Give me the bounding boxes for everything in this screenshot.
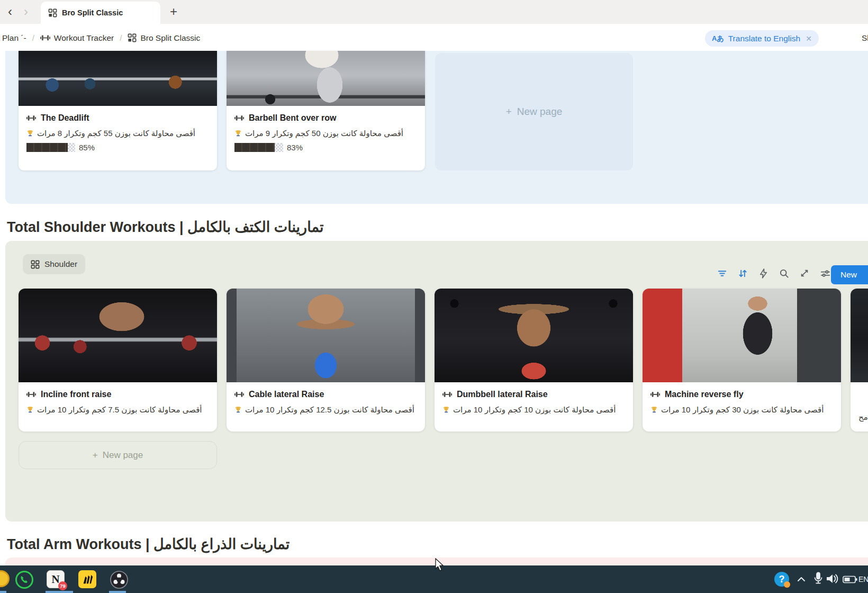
view-tab-shoulder[interactable]: Shoulder bbox=[23, 254, 85, 274]
back-icon[interactable]: ‹ bbox=[3, 5, 17, 19]
search-icon[interactable] bbox=[778, 267, 790, 279]
close-icon[interactable]: ✕ bbox=[806, 34, 812, 43]
filter-icon[interactable] bbox=[716, 267, 728, 279]
progress-row: 83% bbox=[234, 143, 417, 152]
expand-icon[interactable] bbox=[799, 267, 810, 279]
progress-row: 85% bbox=[26, 143, 209, 152]
taskbar-active-indicator bbox=[46, 591, 73, 593]
shoulder-section-heading: Total Shoulder Workouts | تمارينات الكتف… bbox=[7, 219, 324, 236]
translate-icon: Aあ bbox=[712, 34, 724, 43]
card-image bbox=[19, 51, 217, 106]
gallery-grid-icon bbox=[31, 260, 40, 269]
trophy-icon bbox=[234, 130, 242, 137]
trophy-icon bbox=[26, 130, 34, 137]
card-title: Dumbbell lateral Raise bbox=[457, 390, 548, 399]
plus-icon: + bbox=[93, 450, 98, 461]
dumbbell-icon bbox=[234, 391, 244, 398]
tab-title: Bro Split Classic bbox=[62, 8, 123, 17]
breadcrumb-item-bro-split-classic[interactable]: Bro Split Classic bbox=[125, 31, 202, 45]
card-image bbox=[19, 289, 217, 382]
breadcrumb-item-workout-tracker[interactable]: Workout Tracker bbox=[38, 31, 116, 45]
card-image bbox=[227, 289, 425, 382]
dumbbell-icon bbox=[40, 34, 50, 41]
whatsapp-icon[interactable] bbox=[15, 570, 34, 591]
new-button[interactable]: New bbox=[831, 265, 868, 284]
card-dumbbell-lateral-raise[interactable]: Dumbbell lateral Raise أقصى محاولة كانت … bbox=[435, 289, 633, 432]
card-description: أقصى محاولة كانت بوزن 30 كجم وتكرار 10 م… bbox=[650, 405, 833, 415]
taskbar-active-indicator bbox=[0, 591, 6, 593]
taskbar-active-indicator bbox=[109, 591, 126, 593]
taskbar-app-partial-icon[interactable] bbox=[0, 570, 10, 587]
settings-sliders-icon[interactable] bbox=[819, 267, 831, 279]
dumbbell-icon bbox=[650, 391, 660, 398]
gallery-grid-icon bbox=[128, 33, 137, 42]
language-indicator[interactable]: EN bbox=[858, 575, 868, 583]
card-the-deadlift[interactable]: The Deadlift أقصى محاولة كانت بوزن 55 كج… bbox=[19, 51, 217, 170]
new-page-tile[interactable]: + New page bbox=[435, 53, 633, 170]
tray-chevron-up-icon[interactable] bbox=[797, 576, 806, 585]
card-description: أقصى محاولة كانت بوزن 12.5 كجم وتكرار 10… bbox=[234, 405, 417, 415]
card-image bbox=[435, 289, 633, 382]
progress-bar bbox=[234, 143, 283, 152]
card-description: أقصى محاولة كانت بوزن 10 كجم وتكرار 10 م… bbox=[442, 405, 625, 415]
plus-icon: + bbox=[506, 106, 512, 118]
dumbbell-icon bbox=[26, 115, 36, 121]
help-icon[interactable]: ? bbox=[774, 572, 789, 587]
miro-icon[interactable] bbox=[78, 570, 96, 588]
dumbbell-icon bbox=[442, 391, 452, 398]
card-title: Barbell Bent over row bbox=[249, 113, 336, 123]
dumbbell-icon bbox=[26, 391, 36, 398]
card-description: أقصى محاولة كانت بوزن 50 كجم وتكرار 9 مر… bbox=[234, 129, 417, 138]
forward-icon[interactable]: › bbox=[19, 5, 33, 19]
breadcrumb-item-plan[interactable]: Plan ´- bbox=[0, 31, 29, 45]
card-incline-front-raise[interactable]: Incline front raise أقصى محاولة كانت بوز… bbox=[19, 289, 217, 432]
card-cable-lateral-raise[interactable]: Cable lateral Raise أقصى محاولة كانت بوز… bbox=[227, 289, 425, 432]
card-title: Incline front raise bbox=[41, 390, 111, 399]
trophy-icon bbox=[26, 406, 34, 414]
notion-badge: 79 bbox=[58, 581, 67, 590]
trophy-icon bbox=[234, 406, 242, 414]
card-partial-right-edge[interactable]: أقصى مح bbox=[851, 289, 868, 432]
card-barbell-bent-over-row[interactable]: Barbell Bent over row أقصى محاولة كانت ب… bbox=[227, 51, 425, 170]
tab-strip: ‹ › Bro Split Classic + bbox=[0, 0, 868, 24]
new-tab-button[interactable]: + bbox=[166, 4, 181, 19]
screen: ‹ › Bro Split Classic + Plan ´- / Workou… bbox=[0, 0, 868, 593]
mouse-cursor bbox=[434, 558, 446, 574]
obs-studio-icon[interactable] bbox=[110, 570, 129, 591]
translate-to-english-button[interactable]: Aあ Translate to English ✕ bbox=[705, 30, 819, 47]
battery-icon[interactable] bbox=[843, 576, 857, 586]
new-page-button[interactable]: + New page bbox=[19, 441, 217, 469]
speaker-icon[interactable] bbox=[826, 573, 839, 587]
card-image bbox=[227, 51, 425, 106]
card-title: Cable lateral Raise bbox=[249, 390, 324, 399]
card-image bbox=[643, 289, 841, 382]
dumbbell-icon bbox=[234, 115, 244, 121]
arm-section-heading: Total Arm Workouts | تمارينات الذراع بال… bbox=[7, 536, 290, 553]
breadcrumb-separator: / bbox=[120, 33, 122, 42]
card-image bbox=[851, 289, 868, 382]
card-machine-reverse-fly[interactable]: Machine reverse fly أقصى محاولة كانت بوز… bbox=[643, 289, 841, 432]
breadcrumb-separator: / bbox=[32, 33, 34, 42]
lightning-icon[interactable] bbox=[757, 267, 769, 279]
card-title: The Deadlift bbox=[41, 113, 89, 123]
tab-bro-split-classic[interactable]: Bro Split Classic bbox=[41, 2, 160, 24]
card-description-partial: أقصى مح bbox=[858, 412, 868, 422]
card-description: أقصى محاولة كانت بوزن 7.5 كجم وتكرار 10 … bbox=[26, 405, 209, 415]
microphone-icon[interactable] bbox=[813, 572, 824, 588]
gallery-grid-icon bbox=[48, 8, 57, 17]
card-description: أقصى محاولة كانت بوزن 55 كجم وتكرار 8 مر… bbox=[26, 129, 209, 138]
trophy-icon bbox=[442, 406, 450, 414]
trophy-icon bbox=[650, 406, 658, 414]
progress-bar bbox=[26, 143, 75, 152]
sort-icon[interactable] bbox=[737, 267, 748, 279]
progress-label: 85% bbox=[79, 143, 95, 152]
collection-toolbar bbox=[716, 267, 831, 279]
progress-label: 83% bbox=[287, 143, 303, 152]
card-title: Machine reverse fly bbox=[665, 390, 744, 399]
notion-icon[interactable]: N79 bbox=[47, 570, 65, 588]
share-button-partial[interactable]: Share bbox=[862, 33, 868, 43]
